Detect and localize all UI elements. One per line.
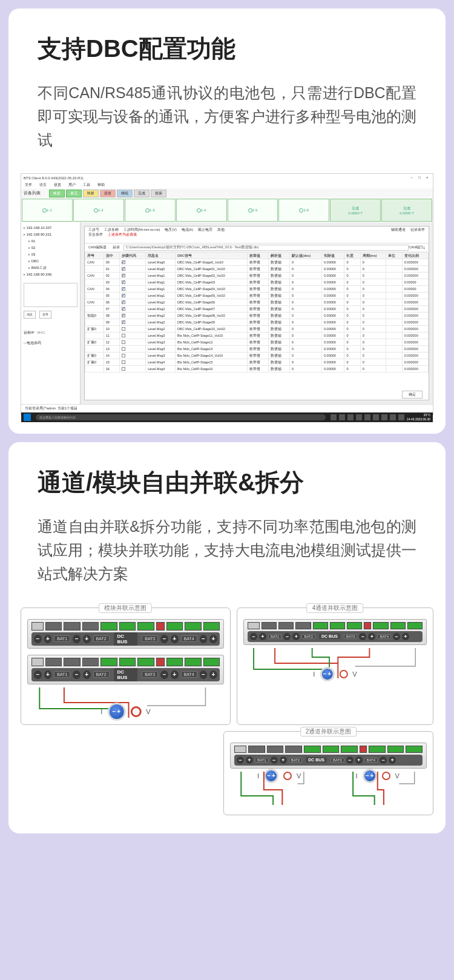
table-row[interactable]: CAN02Level.Msg1DBC Mds_CellP-Stage02_Vol… <box>85 273 429 279</box>
status-left: 当前登录用户admin <box>25 406 56 411</box>
radio-barcode[interactable]: 电池条码 <box>27 341 41 345</box>
panel-title: 4通道并联示意图 <box>307 603 364 613</box>
channel-cell[interactable]: 1-6 <box>278 199 329 222</box>
table-row[interactable]: 01Level.Msg0DBC Mds_CellP-Stage01_Vol10枚… <box>85 266 429 273</box>
table-row[interactable]: 03Level.Msg1DBC Mds_CellP-Stage03枚举值数值输0… <box>85 279 429 286</box>
menu-item[interactable]: 文件 <box>25 182 32 188</box>
table-header: 序号 <box>85 253 104 259</box>
task-icon[interactable] <box>339 414 345 420</box>
dbc-dialog: 工步号 工步名称 工步时间(hh:mm:ss.ms) 电压(V) 电流(A) 截… <box>84 226 429 400</box>
menu-item[interactable]: 设置 <box>54 182 61 188</box>
table-row[interactable]: 智能008Level.Msg2DBC Mds_CellP-Stage08_Vol… <box>85 313 429 319</box>
menu-item[interactable]: 语言 <box>39 182 47 188</box>
table-row[interactable]: 07Level.Msg2DBC Mds_CellP-Stage07枚举值数值输0… <box>85 306 429 313</box>
toolbar-button[interactable]: 恢复 <box>49 190 65 197</box>
toolbar-button[interactable]: 映射 <box>83 190 99 197</box>
bat-label: BAT4 <box>181 635 197 642</box>
channel-strip: 1-1 1-2 1-3 1-4 1-5 1-6 0.0000 T 0.0000 … <box>21 198 433 222</box>
section2-desc: 通道自由并联&拆分功能，支持不同功率范围电池包的测试应用；模块并联功能，支持大电… <box>38 515 416 585</box>
table-header: 选中 <box>104 253 119 259</box>
table-header: 长度 <box>344 253 360 259</box>
panel-4ch-parallel: 4通道并联示意图 − + BAT1 − + BAT2 DC BUS BAT3 −… <box>237 608 433 725</box>
search-input[interactable]: 在这里输入你要搜索的内容 <box>36 414 326 420</box>
table-row[interactable]: 扩展012Level.Msg3Bts Mds_CellP-Stage12枚举值数… <box>85 339 429 346</box>
batbar: − + BAT1 − + BAT2 DC BUS BAT3 − + BAT4 −… <box>234 755 423 766</box>
channel-cell[interactable]: 1-1 <box>22 199 73 222</box>
panel-2ch-parallel: 2通道并联示意图 − + BAT1 − + BAT2 DC BUS BAT3 −… <box>223 731 433 815</box>
menu-item[interactable]: 用户 <box>68 182 76 188</box>
task-icon[interactable] <box>347 414 354 420</box>
tree-item[interactable]: 02 <box>28 245 77 251</box>
table-row[interactable]: CAN04Level.Msg1DBC Mds_CellP-Stage04_Vol… <box>85 286 429 293</box>
channel-cell-done[interactable]: 0.0000 T <box>381 199 432 222</box>
minimize-icon[interactable]: − <box>410 176 415 180</box>
toolbar-button[interactable]: 设置 <box>100 190 116 197</box>
table-row[interactable]: 扩展015Level.Msg4Bts Mds_CellP-Stage15枚举值数… <box>85 359 429 366</box>
table-row[interactable]: 扩展014Level.Msg3Bts Mds_CellP-Stage14_Vol… <box>85 353 429 359</box>
task-icon[interactable] <box>373 414 379 420</box>
ok-button[interactable]: 确定 <box>402 391 423 399</box>
tree-item[interactable]: 192.168.90.221 <box>24 231 77 238</box>
table-row[interactable]: 13Level.Msg3Bts Mds_CellP-Stage14枚举值数值输0… <box>85 346 429 353</box>
tree-tab[interactable]: 目标IP <box>24 331 35 334</box>
menubar: 文件 语言 设置 用户 工具 帮助 <box>21 182 433 188</box>
section1-title: 支持DBC配置功能 <box>38 33 416 64</box>
task-icon[interactable] <box>331 414 337 420</box>
table-row[interactable]: 11Level.Msg3Bts Mds_CellP-Stage11_Vol10枚… <box>85 333 429 339</box>
channel-cell[interactable]: 1-2 <box>73 199 124 222</box>
channel-cell[interactable]: 1-5 <box>228 199 278 222</box>
table-row[interactable]: 09Level.Msg2DBC Mds_CellP-Stage09枚举值数值输0… <box>85 319 429 326</box>
probe-i-label: I <box>100 708 102 715</box>
maximize-icon[interactable]: □ <box>418 176 423 180</box>
table-header: 变化比例 <box>402 253 428 259</box>
task-icon[interactable] <box>356 414 362 420</box>
toolbar-button[interactable]: 单元 <box>66 190 82 197</box>
required-hint: 上述条件为必填项 <box>108 233 137 237</box>
tree-panel <box>24 283 77 307</box>
toolbar-button[interactable]: 搜索 <box>151 190 166 197</box>
path-label: 目录 <box>113 245 120 250</box>
task-icon[interactable] <box>390 414 396 420</box>
table-header: 单位 <box>386 253 402 259</box>
table-header: 消息名 <box>146 253 176 259</box>
tree-item[interactable]: DBC <box>28 258 77 265</box>
channel-cell[interactable]: 1-4 <box>176 199 227 222</box>
batbar: − + BAT1 − + BAT2 DC BUS BAT3 − + BAT4 −… <box>248 631 423 642</box>
probe-ring-icon <box>339 670 347 678</box>
task-icon[interactable] <box>398 414 404 420</box>
terminal-plus-icon: + <box>44 635 52 643</box>
table-row[interactable]: 16Level.Msg4Bts Mds_CellP-Stage16枚举值数值输0… <box>85 366 429 372</box>
table-header: 周期(ms) <box>360 253 386 259</box>
window-controls: − □ × <box>410 176 430 180</box>
channel-cell[interactable]: 1-3 <box>125 199 176 222</box>
channel-cell-done[interactable]: 0.0000 T <box>330 199 381 222</box>
task-icon[interactable] <box>381 414 387 420</box>
menu-item[interactable]: 帮助 <box>97 182 105 188</box>
table-row[interactable]: 扩展010Level.Msg2DBC Mds_CellP-Stage10_Vol… <box>85 326 429 333</box>
path-input[interactable]: C:\Users\newway\Desktop\输出文档\TC-DBC\can_… <box>123 245 409 251</box>
dcbus-label: DC BUS <box>114 632 138 646</box>
close-icon[interactable]: × <box>426 176 430 180</box>
start-icon[interactable] <box>24 414 31 421</box>
tree-item[interactable]: BMS工步 <box>28 265 77 271</box>
menu-item[interactable]: 工具 <box>83 182 90 188</box>
toolbar-button[interactable]: 继续 <box>117 190 133 197</box>
terminal-minus-icon: − <box>34 635 42 643</box>
table-header: 步骤代码 <box>120 253 146 259</box>
table-row[interactable]: CAN06Level.Msg2DBC Mds_CellP-Stage06枚举值数… <box>85 299 429 306</box>
table-row[interactable]: 05Level.Msg1DBC Mds_CellP-Stage05_Vol10枚… <box>85 293 429 299</box>
table-row[interactable]: CAN00Level.Msg0DBC Mds_CellP-Stage0_Vol1… <box>85 259 429 266</box>
rack: − + BAT1 − + BAT2 DC BUS BAT3 − + BAT4 −… <box>27 619 224 649</box>
task-icon[interactable] <box>364 414 370 420</box>
msg-button[interactable]: 消息 <box>24 311 36 319</box>
signal-button[interactable]: 信号 <box>39 311 51 319</box>
panel-title: 2通道并联示意图 <box>300 727 357 737</box>
tree-item[interactable]: 192.168.90.206 <box>24 271 77 278</box>
tree-item[interactable]: 192.168.10.207 <box>24 225 77 231</box>
toolbar-button[interactable]: 完成 <box>134 190 150 197</box>
bat-label: BAT3 <box>142 635 158 642</box>
tree-item[interactable]: 01 <box>28 238 77 245</box>
statusbar: 当前登录用户admin 当前1个项目 <box>21 404 433 412</box>
tree-item[interactable]: 03 <box>28 251 77 258</box>
table-header: 枚举值 <box>248 253 269 259</box>
